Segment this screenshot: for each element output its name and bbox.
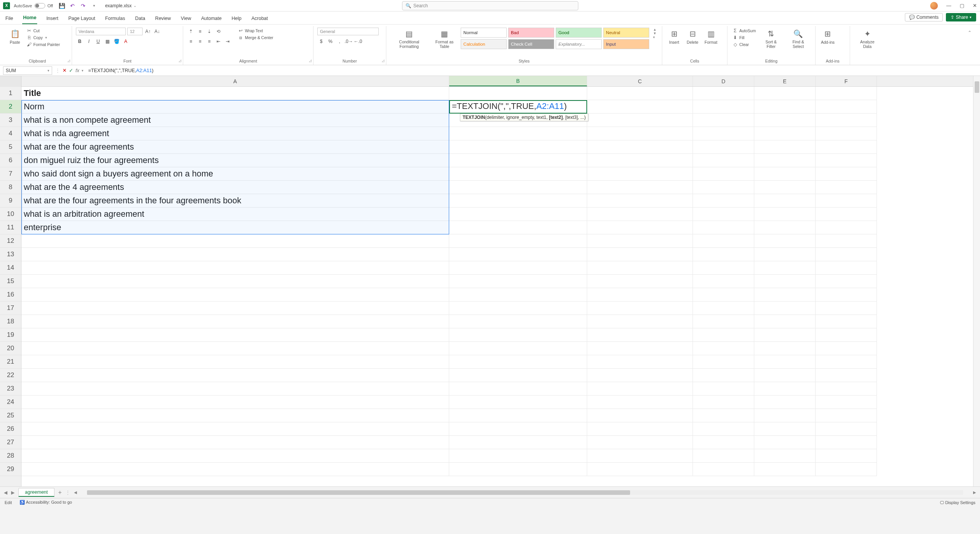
column-header-a[interactable]: A (21, 76, 449, 86)
cell[interactable] (21, 342, 449, 355)
cell[interactable] (449, 449, 587, 463)
cell[interactable] (816, 154, 877, 167)
cell[interactable] (21, 355, 449, 369)
style-calculation[interactable]: Calculation (461, 39, 507, 49)
font-dialog-icon[interactable]: ◿ (179, 59, 181, 63)
cell[interactable] (587, 463, 693, 476)
cell[interactable] (449, 208, 587, 221)
style-check-cell[interactable]: Check Cell (508, 39, 554, 49)
horizontal-scroll-thumb[interactable] (87, 490, 630, 495)
cell[interactable] (449, 288, 587, 302)
cell[interactable] (754, 221, 816, 234)
add-sheet-icon[interactable]: + (58, 489, 62, 496)
row-header[interactable]: 7 (0, 167, 21, 181)
tab-insert[interactable]: Insert (46, 13, 59, 24)
row-header[interactable]: 29 (0, 463, 21, 476)
cell[interactable] (754, 127, 816, 140)
cell[interactable] (21, 382, 449, 396)
row-header[interactable]: 21 (0, 355, 21, 369)
cell[interactable] (21, 248, 449, 261)
cell[interactable] (693, 208, 754, 221)
cell[interactable] (587, 154, 693, 167)
cell[interactable] (816, 181, 877, 194)
paste-button[interactable]: 📋 Paste (7, 28, 23, 45)
cell[interactable] (693, 100, 754, 114)
tab-file[interactable]: File (5, 13, 14, 24)
cell[interactable] (754, 355, 816, 369)
find-select-button[interactable]: 🔍Find & Select (785, 28, 811, 49)
cell[interactable] (693, 463, 754, 476)
number-dialog-icon[interactable]: ◿ (382, 59, 384, 63)
increase-decimal-icon[interactable]: .0→ (345, 38, 353, 45)
cell[interactable] (587, 302, 693, 315)
save-icon[interactable]: 💾 (58, 2, 65, 9)
tab-automate[interactable]: Automate (200, 13, 223, 24)
cell-a11[interactable]: enterprise (21, 221, 449, 234)
column-header-c[interactable]: C (587, 76, 693, 86)
number-format-select[interactable]: General (317, 28, 379, 35)
formula-bar-input[interactable]: =TEXTJOIN(",",TRUE,A2:A11) (87, 66, 969, 75)
column-header-b[interactable]: B (449, 76, 587, 86)
cell[interactable] (754, 342, 816, 355)
row-header[interactable]: 19 (0, 328, 21, 342)
qat-dropdown-icon[interactable]: ▾ (90, 2, 97, 9)
row-header[interactable]: 18 (0, 315, 21, 328)
cell[interactable] (587, 261, 693, 275)
cell[interactable] (816, 127, 877, 140)
row-header[interactable]: 13 (0, 248, 21, 261)
vertical-scroll-thumb[interactable] (975, 81, 979, 93)
styles-scroll-down-icon[interactable]: ▼ (653, 31, 657, 35)
bold-button[interactable]: B (76, 38, 84, 45)
cell[interactable] (754, 181, 816, 194)
cell[interactable] (587, 449, 693, 463)
cell[interactable] (587, 275, 693, 288)
row-header[interactable]: 6 (0, 154, 21, 167)
column-header-d[interactable]: D (693, 76, 754, 86)
cell[interactable] (693, 140, 754, 154)
borders-button[interactable]: ▦ (103, 38, 111, 45)
row-header[interactable]: 1 (0, 87, 21, 100)
style-bad[interactable]: Bad (508, 28, 554, 38)
worksheet-grid[interactable]: Title Norm what is a non compete agreeme… (21, 87, 973, 476)
insert-cells-button[interactable]: ⊞Insert (666, 28, 682, 45)
row-header[interactable]: 3 (0, 114, 21, 127)
cell[interactable] (754, 315, 816, 328)
cell[interactable] (587, 194, 693, 208)
orientation-icon[interactable]: ⟲ (215, 28, 222, 35)
cell[interactable] (816, 396, 877, 409)
row-header[interactable]: 14 (0, 261, 21, 275)
window-close-icon[interactable]: ✕ (973, 3, 977, 8)
cell[interactable] (816, 114, 877, 127)
cell[interactable] (587, 221, 693, 234)
cell[interactable] (587, 288, 693, 302)
cell[interactable] (816, 382, 877, 396)
cell[interactable] (587, 87, 693, 100)
cell[interactable] (449, 315, 587, 328)
cell[interactable] (587, 100, 693, 114)
style-input[interactable]: Input (603, 39, 649, 49)
filename[interactable]: example.xlsx ⌄ (105, 3, 136, 8)
cell[interactable] (754, 302, 816, 315)
cell[interactable] (754, 167, 816, 181)
name-box[interactable]: SUM▾ (3, 66, 52, 75)
decrease-decimal-icon[interactable]: ←.0 (354, 38, 362, 45)
style-explanatory[interactable]: Explanatory... (556, 39, 602, 49)
alignment-dialog-icon[interactable]: ◿ (309, 59, 312, 63)
styles-more-icon[interactable]: ▾ (653, 35, 657, 39)
cell[interactable] (816, 342, 877, 355)
decrease-font-icon[interactable]: A↓ (153, 28, 161, 35)
cell[interactable] (587, 342, 693, 355)
cell[interactable] (21, 234, 449, 248)
row-header[interactable]: 27 (0, 436, 21, 449)
cell[interactable] (816, 328, 877, 342)
cell[interactable] (816, 275, 877, 288)
row-header[interactable]: 8 (0, 181, 21, 194)
tab-acrobat[interactable]: Acrobat (251, 13, 269, 24)
copy-button[interactable]: ⎘Copy▾ (25, 35, 61, 41)
cell[interactable] (587, 234, 693, 248)
fx-dropdown-icon[interactable]: ▾ (82, 69, 84, 73)
cell[interactable] (816, 315, 877, 328)
row-header[interactable]: 12 (0, 234, 21, 248)
share-button[interactable]: ⇪ Share ▾ (946, 13, 976, 21)
status-accessibility[interactable]: ♿ Accessibility: Good to go (20, 500, 72, 505)
